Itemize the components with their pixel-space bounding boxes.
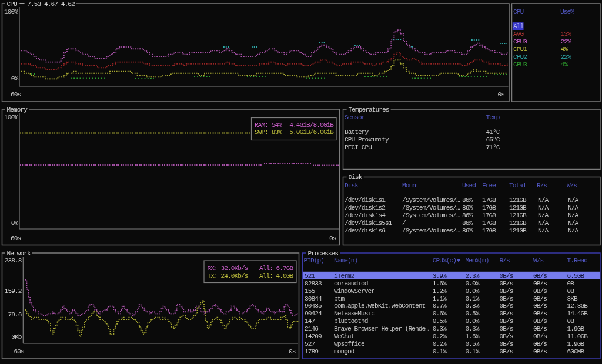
svg-text:0B: 0B	[567, 280, 575, 287]
svg-text:90424: 90424	[305, 310, 322, 317]
svg-text:Free: Free	[482, 182, 496, 189]
svg-text:5.0GiB/6.0GiB: 5.0GiB/6.0GiB	[289, 129, 334, 136]
svg-text:60s: 60s	[14, 348, 24, 355]
svg-text:coreaudiod: coreaudiod	[334, 280, 368, 287]
svg-text:T.Read: T.Read	[567, 257, 588, 264]
svg-text:13%: 13%	[561, 31, 571, 38]
svg-text:0.6%: 0.6%	[433, 310, 447, 317]
svg-text:0%: 0%	[11, 75, 19, 82]
svg-text:86%: 86%	[462, 220, 473, 227]
svg-text:14.4GB: 14.4GB	[567, 310, 588, 317]
svg-text:17GB: 17GB	[482, 197, 496, 204]
svg-text:mongod: mongod	[334, 348, 354, 355]
svg-text:147: 147	[305, 318, 315, 325]
svg-text:86%: 86%	[462, 197, 473, 204]
svg-text:PID(p): PID(p)	[304, 257, 324, 264]
svg-text:1.1%: 1.1%	[433, 295, 447, 302]
svg-text:159.2: 159.2	[5, 288, 22, 295]
svg-text:1.9GB: 1.9GB	[567, 341, 585, 348]
svg-text:0.1%: 0.1%	[465, 348, 479, 355]
svg-text:Disk: Disk	[345, 182, 359, 189]
svg-text:22%: 22%	[561, 53, 571, 60]
svg-text:0.5%: 0.5%	[465, 341, 479, 348]
svg-text:0B/s: 0B/s	[499, 295, 513, 302]
svg-text:17GB: 17GB	[482, 212, 496, 219]
svg-text:0B/s: 0B/s	[533, 272, 547, 279]
svg-text:Sensor: Sensor	[345, 114, 365, 121]
svg-text:100%: 100%	[4, 114, 18, 121]
svg-text:60s: 60s	[11, 91, 21, 98]
svg-text:CPU2: CPU2	[513, 53, 527, 60]
svg-text:0.0%: 0.0%	[465, 288, 479, 295]
svg-text:238.8: 238.8	[5, 257, 22, 264]
svg-text:0B/s: 0B/s	[533, 310, 547, 317]
svg-text:0%: 0%	[11, 220, 19, 227]
svg-text:N/A: N/A	[538, 197, 549, 204]
svg-text:1.6%: 1.6%	[465, 333, 479, 340]
svg-text:0.5%: 0.5%	[433, 318, 447, 325]
svg-text:3.9%: 3.9%	[433, 272, 447, 279]
svg-text:Mount: Mount	[402, 182, 419, 189]
svg-text:RAM: 54%: RAM: 54%	[255, 122, 282, 129]
svg-text:1.2%: 1.2%	[433, 288, 447, 295]
svg-text:0.2%: 0.2%	[433, 333, 447, 340]
svg-text:0s: 0s	[329, 235, 336, 242]
svg-text:0B/s: 0B/s	[499, 348, 513, 355]
svg-text:90435: 90435	[305, 302, 322, 309]
svg-text:527: 527	[305, 341, 315, 348]
svg-text:iTerm2: iTerm2	[334, 272, 354, 279]
svg-text:N/A: N/A	[568, 212, 578, 219]
svg-text:0B/s: 0B/s	[533, 348, 547, 355]
svg-text:W/s: W/s	[533, 257, 543, 264]
svg-text:0B: 0B	[567, 288, 575, 295]
svg-text:0B/s: 0B/s	[499, 310, 513, 317]
svg-text:0B/s: 0B/s	[499, 272, 513, 279]
svg-text:79.6: 79.6	[8, 311, 22, 318]
svg-text:0.3%: 0.3%	[433, 325, 447, 332]
svg-text:R/s: R/s	[499, 257, 509, 264]
svg-text:121GB: 121GB	[509, 227, 527, 234]
svg-text:17GB: 17GB	[482, 220, 496, 227]
svg-text:0B/s: 0B/s	[533, 341, 547, 348]
svg-text:NeteaseMusic: NeteaseMusic	[334, 310, 374, 317]
svg-text:All: All	[513, 23, 524, 30]
svg-text:Total: Total	[509, 182, 527, 189]
svg-text:N/A: N/A	[568, 204, 578, 211]
svg-text:0.5%: 0.5%	[465, 310, 479, 317]
svg-text:121GB: 121GB	[509, 204, 527, 211]
svg-text:WeChat: WeChat	[334, 333, 354, 340]
svg-text:N/A: N/A	[568, 227, 578, 234]
svg-text:14209: 14209	[305, 333, 322, 340]
svg-text:bluetoothd: bluetoothd	[334, 318, 368, 325]
svg-text:71°C: 71°C	[486, 144, 500, 151]
svg-text:N/A: N/A	[568, 197, 578, 204]
svg-text:0B/s: 0B/s	[499, 333, 513, 340]
svg-text:0Kb: 0Kb	[11, 333, 21, 341]
svg-text:/dev/disk1s4: /dev/disk1s4	[345, 212, 386, 219]
svg-text:All: 6.7GB: All: 6.7GB	[259, 265, 294, 272]
svg-text:86%: 86%	[462, 212, 473, 219]
svg-text:/System/Volumes/…: /System/Volumes/…	[402, 212, 460, 219]
svg-text:CPU1: CPU1	[513, 46, 527, 53]
svg-text:All: 4.0GB: All: 4.0GB	[259, 272, 294, 279]
svg-text:Temp: Temp	[486, 114, 500, 121]
svg-text:RX: 32.0Kb/s: RX: 32.0Kb/s	[208, 265, 248, 272]
svg-text:7.53 4.67 4.62: 7.53 4.67 4.62	[27, 1, 75, 8]
svg-text:Brave Browser Helper (Rende…: Brave Browser Helper (Rende…	[334, 325, 429, 332]
svg-text:1.9GB: 1.9GB	[567, 325, 585, 332]
svg-text:0B/s: 0B/s	[533, 288, 547, 295]
svg-text:Used: Used	[462, 182, 476, 189]
svg-text:17GB: 17GB	[482, 227, 496, 234]
svg-text:0B/s: 0B/s	[499, 318, 513, 325]
svg-text:100%: 100%	[4, 8, 18, 15]
svg-text:wpsoffice: wpsoffice	[334, 341, 364, 348]
svg-text:22%: 22%	[561, 38, 571, 45]
svg-text:/System/Volumes/…: /System/Volumes/…	[402, 204, 460, 211]
svg-text:CPU Proximity: CPU Proximity	[345, 136, 389, 143]
svg-text:N/A: N/A	[538, 220, 549, 227]
svg-text:WindowServer: WindowServer	[334, 288, 374, 295]
svg-text:0B/s: 0B/s	[533, 333, 547, 340]
svg-text:com.apple.WebKit.WebContent: com.apple.WebKit.WebContent	[334, 302, 425, 309]
svg-text:82833: 82833	[305, 280, 322, 287]
svg-text:4%: 4%	[561, 46, 568, 53]
